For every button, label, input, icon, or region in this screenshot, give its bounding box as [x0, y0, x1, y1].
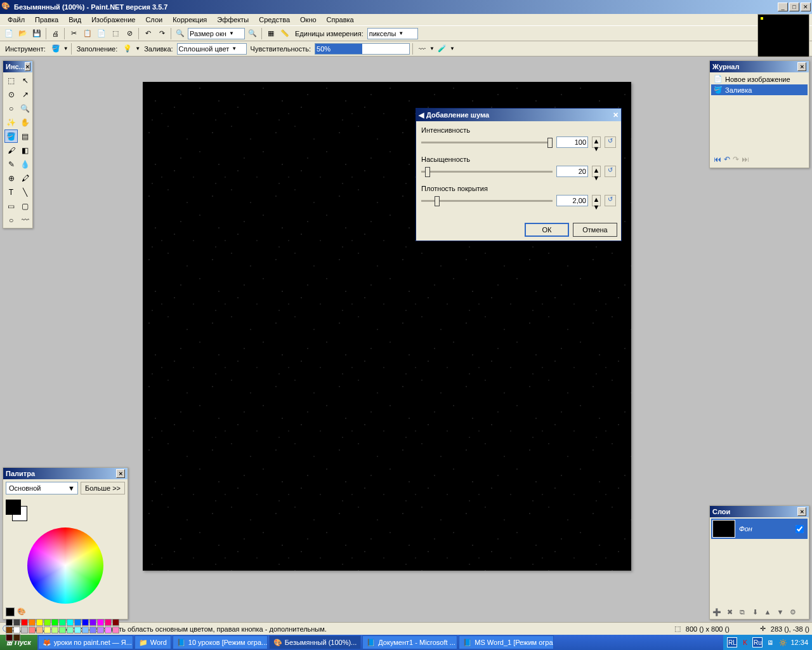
palette-color[interactable]	[74, 619, 81, 626]
layer-visibility-checkbox[interactable]	[796, 525, 804, 533]
cancel-button[interactable]: Отмена	[573, 223, 617, 237]
task-button[interactable]: 📘MS Word_1 [Режим огра...	[459, 635, 554, 649]
cut-icon[interactable]: ✂	[67, 27, 80, 40]
task-button[interactable]: 📁Word	[134, 635, 171, 649]
palette-color[interactable]	[36, 627, 43, 633]
coverage-slider[interactable]	[421, 200, 553, 202]
rect-tool[interactable]: ▭	[4, 199, 18, 213]
magic-wand-tool[interactable]: ✨	[4, 116, 18, 129]
task-button[interactable]: 📘10 уроков [Режим огра...	[173, 635, 268, 649]
coverage-input[interactable]	[556, 195, 588, 206]
ellipse-tool[interactable]: ○	[4, 213, 18, 227]
new-icon[interactable]: 📄	[3, 27, 15, 40]
palette-color[interactable]	[51, 627, 58, 633]
undo-icon[interactable]: ↶	[141, 27, 154, 40]
menu-edit[interactable]: Правка	[30, 15, 63, 25]
layers-close-icon[interactable]: ✕	[797, 507, 806, 516]
palette-color[interactable]	[89, 619, 96, 626]
delete-layer-icon[interactable]: ✖	[724, 606, 735, 618]
palette-color[interactable]	[59, 627, 66, 633]
history-undo-icon[interactable]: ↶	[724, 155, 730, 164]
palette-color[interactable]	[67, 627, 74, 633]
palette-color[interactable]	[6, 627, 13, 633]
dialog-close-icon[interactable]: ✕	[613, 111, 619, 119]
palette-color[interactable]	[112, 619, 119, 626]
menu-layers[interactable]: Слои	[140, 15, 167, 25]
gradient-tool[interactable]: ▤	[18, 129, 32, 143]
text-tool[interactable]: T	[4, 185, 18, 199]
minimize-button[interactable]: _	[778, 3, 788, 11]
menu-tools[interactable]: Средства	[254, 15, 295, 25]
menu-file[interactable]: Файл	[3, 15, 30, 25]
tray-icon[interactable]: K	[740, 637, 750, 647]
menu-effects[interactable]: Эффекты	[212, 15, 254, 25]
color-picker-tool[interactable]: 💧	[18, 157, 32, 171]
tray-icon[interactable]: 🔆	[778, 637, 788, 647]
open-icon[interactable]: 📂	[16, 27, 29, 40]
history-item[interactable]: 🪣Заливка	[711, 84, 808, 95]
palette-color[interactable]	[44, 619, 51, 626]
palette-color[interactable]	[13, 634, 20, 641]
pan-tool[interactable]: ✋	[18, 116, 32, 129]
saturation-input[interactable]	[556, 166, 588, 177]
palette-color[interactable]	[97, 619, 104, 626]
palette-color[interactable]	[112, 627, 119, 633]
history-close-icon[interactable]: ✕	[797, 62, 806, 71]
palette-color[interactable]	[74, 627, 81, 633]
palette-color[interactable]	[29, 619, 36, 626]
color-wheel[interactable]	[27, 527, 103, 604]
palette-color[interactable]	[97, 627, 104, 633]
move-down-icon[interactable]: ▼	[775, 606, 786, 618]
current-tool-icon[interactable]: 🪣	[49, 43, 62, 55]
fill-type-icon[interactable]: 💡	[121, 43, 134, 55]
intensity-slider[interactable]	[421, 142, 553, 143]
intensity-spinner[interactable]: ▲▼	[592, 136, 601, 148]
layer-item[interactable]: Фон	[711, 519, 808, 539]
task-button[interactable]: 📘Документ1 - Microsoft ...	[362, 635, 457, 649]
recolor-tool[interactable]: 🖍	[18, 171, 32, 185]
line-tool[interactable]: ╲	[18, 185, 32, 199]
palette-close-icon[interactable]: ✕	[116, 469, 125, 478]
antialias-icon[interactable]: 〰	[416, 43, 428, 55]
palette-menu-icon[interactable]: 🎨	[17, 607, 26, 616]
ok-button[interactable]: ОК	[525, 223, 569, 237]
move-selection-tool[interactable]: ↗	[18, 88, 32, 101]
merge-layer-icon[interactable]: ⬇	[749, 606, 761, 618]
document-thumbnail[interactable]	[757, 14, 809, 57]
color-mode-combo[interactable]: Основной▼	[6, 482, 78, 494]
history-last-icon[interactable]: ⏭	[742, 155, 749, 164]
close-button[interactable]: ✕	[801, 3, 811, 11]
coverage-spinner[interactable]: ▲▼	[592, 195, 601, 206]
palette-color[interactable]	[13, 627, 20, 633]
task-button[interactable]: 🎨Безымянный (100%)...	[269, 635, 361, 649]
add-layer-icon[interactable]: ➕	[711, 606, 723, 618]
palette-color[interactable]	[82, 627, 89, 633]
menu-view[interactable]: Вид	[63, 15, 86, 25]
deselect-icon[interactable]: ⊘	[123, 27, 136, 40]
tray-icon[interactable]: 🖥	[765, 637, 775, 647]
eraser-tool[interactable]: ◧	[18, 143, 32, 157]
menu-adjust[interactable]: Коррекция	[167, 15, 212, 25]
flood-combo[interactable]: Сплошной цвет▼	[177, 43, 247, 55]
palette-color[interactable]	[6, 619, 13, 626]
palette-color[interactable]	[59, 619, 66, 626]
palette-color[interactable]	[105, 619, 112, 626]
palette-color[interactable]	[36, 619, 43, 626]
palette-color[interactable]	[13, 619, 20, 626]
palette-color[interactable]	[105, 627, 112, 633]
tray-icon[interactable]: Ru	[752, 637, 763, 647]
palette-color[interactable]	[44, 627, 51, 633]
ruler-icon[interactable]: 📏	[278, 27, 291, 40]
paint-bucket-tool[interactable]: 🪣	[4, 129, 18, 143]
print-icon[interactable]: 🖨	[49, 27, 62, 40]
clock[interactable]: 12:34	[790, 639, 808, 646]
palette-color[interactable]	[51, 619, 58, 626]
duplicate-layer-icon[interactable]: ⧉	[737, 606, 748, 618]
layer-props-icon[interactable]: ⚙	[787, 606, 799, 618]
saturation-reset-icon[interactable]: ↺	[605, 166, 616, 177]
tools-close-icon[interactable]: ✕	[25, 62, 30, 71]
intensity-reset-icon[interactable]: ↺	[605, 136, 616, 148]
palette-color[interactable]	[21, 619, 28, 626]
menu-help[interactable]: Справка	[322, 15, 359, 25]
palette-color[interactable]	[67, 619, 74, 626]
